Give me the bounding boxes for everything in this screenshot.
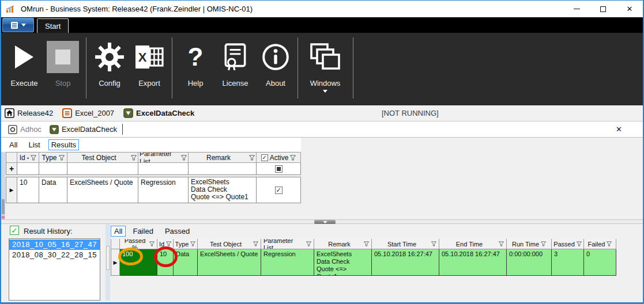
filter-icon[interactable] — [306, 241, 311, 246]
new-cell-remark[interactable] — [189, 163, 257, 175]
active-checkbox[interactable]: ✓ — [275, 187, 283, 194]
filter-icon[interactable] — [249, 155, 255, 161]
splitter-collapse-handle[interactable] — [314, 220, 336, 224]
list-item[interactable]: 2018_08_30_22_28_15 — [9, 250, 100, 260]
column-header-remark[interactable]: Remark — [314, 239, 372, 249]
cell-test-object[interactable]: ExcelSheets / Quote — [67, 177, 138, 203]
cell-active[interactable]: ✓ — [257, 177, 301, 203]
cell-run-time[interactable]: 0:00:00:000 — [507, 249, 552, 276]
splitter-thumb[interactable] — [106, 246, 110, 270]
column-header-parameter-list[interactable]: Parameter List — [138, 152, 189, 163]
filter-icon[interactable] — [364, 241, 369, 246]
help-button[interactable]: ? Help — [176, 36, 214, 101]
tab-results-all[interactable]: All — [111, 226, 126, 237]
filter-icon[interactable] — [59, 155, 65, 161]
cell-failed[interactable]: 0 — [584, 249, 616, 276]
tab-results-passed[interactable]: Passed — [161, 226, 193, 237]
cell-remark[interactable]: ExcelSheets Data Check Quote <=> Quote1 — [314, 249, 372, 276]
tab-exceldatacheck[interactable]: ExcelDataCheck — [50, 125, 117, 134]
column-header-failed[interactable]: Failed — [584, 239, 616, 249]
column-header-remark[interactable]: Remark — [189, 152, 257, 163]
cell-parameter-list[interactable]: Regression — [261, 249, 314, 276]
close-button[interactable]: ✕ — [616, 1, 643, 17]
filter-icon[interactable] — [166, 241, 171, 246]
column-header-passed[interactable]: Passed — [552, 239, 584, 249]
column-header-end-time[interactable]: End Time — [439, 239, 507, 249]
config-button[interactable]: Config — [91, 36, 129, 101]
filter-icon[interactable] — [181, 155, 187, 161]
svg-text:X: X — [138, 50, 147, 64]
list-item[interactable]: 2018_10_05_16_27_47 — [9, 240, 100, 250]
breadcrumb-item-release[interactable]: Release42 — [17, 109, 53, 117]
cell-remark[interactable]: ExcelSheets Data Check Quote <=> Quote1 — [189, 177, 257, 203]
cell-parameter-list[interactable]: Regression — [138, 177, 189, 203]
cell-id[interactable]: 10 — [17, 177, 39, 203]
ribbon-tab-strip: Start — [1, 17, 643, 33]
column-header-run-time[interactable]: Run Time — [507, 239, 552, 249]
new-cell-test-object[interactable] — [67, 163, 138, 175]
tab-results-failed[interactable]: Failed — [129, 226, 156, 237]
cell-type[interactable]: Data — [174, 249, 198, 276]
indeterminate-checkbox[interactable] — [275, 165, 283, 173]
cell-start-time[interactable]: 05.10.2018 16:27:47 — [372, 249, 439, 276]
tab-all[interactable]: All — [6, 139, 20, 150]
tab-adhoc[interactable]: Adhoc — [8, 125, 42, 134]
table-row[interactable]: ▶ 10 Data ExcelSheets / Quote Regression… — [6, 177, 301, 203]
filter-icon[interactable] — [149, 241, 155, 246]
column-header-start-time[interactable]: Start Time — [372, 239, 439, 249]
execute-button[interactable]: Execute — [5, 36, 43, 101]
scrollbar-thumb[interactable] — [2, 199, 5, 214]
column-header-id[interactable]: Id ▴ — [17, 152, 39, 163]
about-button[interactable]: About — [257, 36, 295, 101]
column-header-active[interactable]: ✓ Active — [257, 152, 301, 163]
cell-end-time[interactable]: 05.10.2018 16:27:47 — [439, 249, 507, 276]
scrollbar-marker — [2, 216, 5, 219]
result-row[interactable]: ▶ 100 10 Data ExcelSheets / Quote Regres… — [111, 249, 616, 276]
vertical-scrollbar[interactable] — [1, 152, 5, 219]
app-window: OMrun - Business System: Release42 (Fran… — [0, 0, 644, 304]
breadcrumb-item-testcase[interactable]: ExcelDataCheck — [136, 109, 194, 117]
column-header-type[interactable]: Type — [39, 152, 67, 163]
select-all-checkbox[interactable]: ✓ — [261, 154, 268, 161]
vertical-splitter[interactable] — [106, 224, 110, 301]
new-cell-type[interactable] — [39, 163, 67, 175]
cell-test-object[interactable]: ExcelSheets / Quote — [198, 249, 261, 276]
app-icon — [6, 5, 15, 14]
cell-passed[interactable]: 3 — [552, 249, 584, 276]
filter-icon[interactable] — [607, 241, 612, 246]
windows-button[interactable]: Windows — [302, 36, 348, 101]
tab-results[interactable]: Results — [48, 139, 79, 150]
filter-icon[interactable] — [431, 241, 436, 246]
column-header-parameter-list[interactable]: Parameter List — [261, 239, 314, 249]
filter-icon[interactable] — [499, 241, 504, 246]
filter-icon[interactable] — [253, 241, 258, 246]
new-cell-id[interactable] — [17, 163, 39, 175]
filter-icon[interactable] — [541, 241, 546, 246]
filter-icon[interactable] — [190, 241, 195, 246]
close-tab-button[interactable]: ✕ — [616, 125, 622, 134]
breadcrumb-item-datastore[interactable]: Excel_2007 — [75, 109, 114, 117]
tab-list[interactable]: List — [25, 139, 43, 150]
column-header-test-object[interactable]: Test Object — [67, 152, 138, 163]
filter-icon[interactable] — [131, 155, 137, 161]
ribbon-separator — [86, 37, 86, 98]
result-history-checkbox[interactable]: ✓ — [10, 226, 19, 235]
tab-start[interactable]: Start — [37, 18, 69, 33]
new-row[interactable]: + — [6, 163, 301, 175]
app-menu-button[interactable] — [2, 18, 34, 32]
license-button[interactable]: License — [216, 36, 254, 101]
new-cell-active[interactable] — [257, 163, 301, 175]
filter-icon[interactable] — [31, 155, 36, 161]
column-header-test-object[interactable]: Test Object — [198, 239, 261, 249]
maximize-button[interactable] — [590, 1, 616, 17]
column-header-type[interactable]: Type — [174, 239, 198, 249]
cell-type[interactable]: Data — [39, 177, 67, 203]
minimize-button[interactable] — [563, 1, 590, 17]
filter-icon[interactable] — [577, 241, 582, 246]
export-button[interactable]: X Export — [130, 36, 168, 101]
new-cell-parameter-list[interactable] — [138, 163, 189, 175]
row-selector[interactable]: ▶ — [6, 177, 17, 203]
filter-icon[interactable] — [290, 155, 296, 161]
add-row-icon[interactable]: + — [6, 163, 17, 175]
horizontal-splitter[interactable] — [1, 219, 643, 224]
